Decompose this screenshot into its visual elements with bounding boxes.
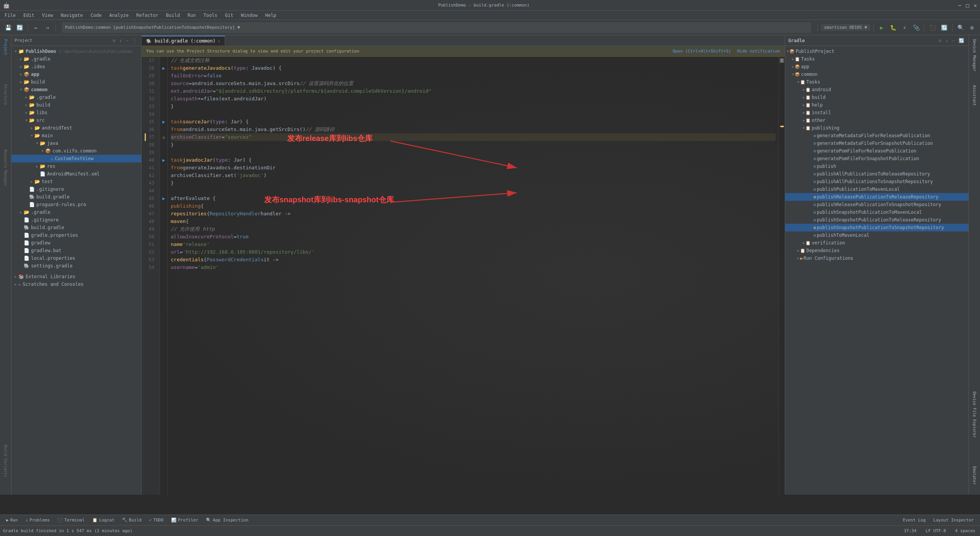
menu-code[interactable]: Code [88, 12, 105, 19]
tree-item-gradlew-bat[interactable]: 📄 gradlew.bat [11, 247, 141, 254]
resource-manager-icon[interactable]: Resource Manager [1, 147, 11, 189]
tree-item-main[interactable]: ▼ 📂 main [11, 132, 141, 139]
gradle-item-publishproject[interactable]: ▼ 📦 PublishProject [785, 48, 969, 55]
fold-40[interactable]: ▶ [160, 156, 167, 164]
tree-item-local-props[interactable]: 📄 local.properties [11, 254, 141, 262]
device-manager-panel-icon[interactable]: Device Manager [972, 37, 977, 74]
tree-item-publishdemo[interactable]: ▼ 📁 PublishDemo C:\WorkSpace\Android\Pub… [11, 48, 141, 55]
fold-35[interactable]: ▶ [160, 118, 167, 126]
build-variants-icon[interactable]: Build Variants [1, 443, 11, 479]
gradle-reload-btn[interactable]: 🔃 [957, 38, 965, 44]
fold-28[interactable]: ▶ [160, 64, 167, 72]
project-panel-icon[interactable]: Project [1, 37, 11, 57]
tab-build-gradle[interactable]: 🐘 build.gradle (:common) ✕ [142, 36, 225, 46]
close-btn[interactable]: ✕ [974, 2, 977, 8]
gradle-item-common[interactable]: ▼ 📦 common [785, 70, 969, 78]
tree-item-manifest[interactable]: 📄 AndroidManifest.xml [11, 170, 141, 178]
tree-item-idea[interactable]: ▶ 📂 .idea [11, 63, 141, 70]
gradle-task-publish-snapshot-to-snapshot[interactable]: ⚙ publishSnapshotPublicationToSnapshotRe… [785, 224, 969, 231]
event-log-tool-btn[interactable]: Event Log [900, 517, 929, 523]
gradle-item-other[interactable]: ▶ 📋 other [785, 116, 969, 124]
gradle-task-genpom-release[interactable]: ⚙ generatePomFileForReleasePublication [785, 147, 969, 155]
structure-panel-icon[interactable]: Structure [1, 82, 11, 107]
gradle-item-publishing[interactable]: ▼ 📋 publishing [785, 124, 969, 132]
terminal-tool-btn[interactable]: ⬛ Terminal [54, 517, 88, 523]
tree-item-java[interactable]: ▼ 📂 java [11, 139, 141, 147]
gradle-task-genmetadata-snapshot[interactable]: ⚙ generateMetadataFileForSnapshotPublica… [785, 139, 969, 147]
project-options-btn[interactable]: ⋮ [131, 38, 138, 44]
tree-item-root-build-gradle[interactable]: 🐘 build.gradle [11, 224, 141, 231]
fold-45[interactable]: ▶ [160, 195, 167, 202]
profiler-tool-btn[interactable]: 📊 Profiler [168, 517, 201, 523]
gradle-item-install[interactable]: ▶ 📋 install [785, 109, 969, 116]
tree-item-src[interactable]: ▼ 📂 src [11, 116, 141, 124]
tree-item-gradlew[interactable]: 📄 gradlew [11, 239, 141, 247]
menu-view[interactable]: View [39, 12, 56, 19]
project-collapse-btn[interactable]: − [125, 38, 130, 44]
layout-inspector-tool-btn[interactable]: Layout Inspector [930, 517, 977, 523]
problems-tool-btn[interactable]: ⚠ Problems [23, 517, 53, 523]
attach-btn[interactable]: 📎 [911, 23, 921, 33]
gradle-task-publish-snapshot-maven-local[interactable]: ⚙ publishSnapshotPublicationToMavenLocal [785, 208, 969, 216]
search-everywhere-btn[interactable]: 🔍 [956, 23, 965, 33]
menu-run[interactable]: Run [185, 12, 199, 19]
profile-btn[interactable]: ⚡ [900, 23, 910, 33]
menu-help[interactable]: Help [262, 12, 279, 19]
titlebar-controls[interactable]: ─ □ ✕ [958, 2, 977, 8]
tree-item-libs[interactable]: ▶ 📂 libs [11, 109, 141, 116]
gradle-task-genmetadata-release[interactable]: ⚙ generateMetadataFileForReleasePublicat… [785, 132, 969, 139]
gradle-item-build-tasks[interactable]: ▶ 📋 build [785, 93, 969, 101]
gradle-task-genpom-snapshot[interactable]: ⚙ generatePomFileForSnapshotPublication [785, 155, 969, 162]
build-tool-btn[interactable]: 🔨 Build [119, 517, 145, 523]
assistant-panel-icon[interactable]: Assistant [972, 83, 977, 108]
breadcrumb-run-config[interactable]: PublishDemo:common [publishSnapshotPubli… [62, 22, 811, 33]
logcat-tool-btn[interactable]: 📋 Logcat [89, 517, 118, 523]
menu-analyze[interactable]: Analyze [106, 12, 132, 19]
stop-btn[interactable]: ⬛ [928, 23, 938, 33]
menu-refactor[interactable]: Refactor [133, 12, 162, 19]
device-selector[interactable]: smartisan OD105 ▼ [821, 24, 870, 31]
settings-btn[interactable]: ⚙ [967, 23, 977, 33]
gradle-task-publish[interactable]: ⚙ publish [785, 162, 969, 170]
gradle-item-help[interactable]: ▶ 📋 help [785, 101, 969, 109]
tree-item-gradle1[interactable]: ▶ 📂 .gradle [11, 55, 141, 63]
gradle-task-publish-snapshot-to-release[interactable]: ⚙ publishSnapshotPublicationToReleaseRep… [785, 216, 969, 224]
run-btn[interactable]: ▶ [877, 23, 887, 33]
menu-window[interactable]: Window [238, 12, 260, 19]
emulator-icon[interactable]: Emulator [972, 464, 977, 487]
project-sync-icon[interactable]: ↕ [118, 38, 123, 44]
menu-build[interactable]: Build [163, 12, 183, 19]
menu-navigate[interactable]: Navigate [58, 12, 86, 19]
gradle-task-publishall-snapshot[interactable]: ⚙ publishAllPublicationsToSnapshotReposi… [785, 178, 969, 185]
todo-tool-btn[interactable]: ✓ TODO [146, 517, 167, 523]
tree-item-gradle-props[interactable]: 📄 gradle.properties [11, 231, 141, 239]
gradle-item-run-configs[interactable]: ▶ ▶ Run Configurations [785, 254, 969, 262]
tree-item-build[interactable]: ▶ 📂 build [11, 78, 141, 86]
tree-item-gitignore-common[interactable]: 📄 .gitignore [11, 185, 141, 193]
back-btn[interactable]: ← [31, 23, 41, 33]
gradle-task-publish-release-to-snapshot[interactable]: ⚙ publishReleasePublicationToSnapshotRep… [785, 201, 969, 208]
tree-item-settings-gradle[interactable]: 🐘 settings.gradle [11, 262, 141, 270]
tree-item-app[interactable]: ▶ 📦 app [11, 70, 141, 78]
tree-item-build-gradle[interactable]: 🐘 build.gradle [11, 193, 141, 201]
gradle-item-dependencies[interactable]: ▶ 📋 Dependencies [785, 247, 969, 254]
tree-item-scratches[interactable]: ▶ ✏ Scratches and Consoles [11, 280, 141, 288]
run-tool-btn[interactable]: ▶ Run [3, 517, 21, 523]
menu-file[interactable]: File [2, 12, 19, 19]
encoding-info[interactable]: LF UTF-8 [924, 528, 947, 534]
gradle-item-app[interactable]: ▶ 📦 app [785, 63, 969, 70]
tree-item-proguard[interactable]: 📄 proguard-rules.pro [11, 201, 141, 208]
gradle-sync-btn[interactable]: 🔃 [939, 23, 949, 33]
notification-open-link[interactable]: Open (Ctrl+Alt+Shift+S) [673, 49, 731, 54]
gradle-collapse-btn[interactable]: − [951, 38, 956, 44]
project-settings-btn[interactable]: ⚙ [111, 38, 116, 44]
menu-edit[interactable]: Edit [20, 12, 38, 19]
gradle-settings-btn[interactable]: ⚙ [938, 38, 942, 44]
tree-item-androidtest[interactable]: ▶ 📂 androidTest [11, 124, 141, 132]
tree-item-dot-gradle[interactable]: ▶ 📂 .gradle [11, 208, 141, 216]
tree-item-test[interactable]: ▶ 📂 test [11, 178, 141, 185]
save-btn[interactable]: 💾 [3, 23, 13, 33]
tree-item-common[interactable]: ▼ 📦 common [11, 86, 141, 93]
tree-item-external-libs[interactable]: ▶ 📚 External Libraries [11, 273, 141, 280]
tree-item-common-gradle[interactable]: ▶ 📂 .gradle [11, 93, 141, 101]
